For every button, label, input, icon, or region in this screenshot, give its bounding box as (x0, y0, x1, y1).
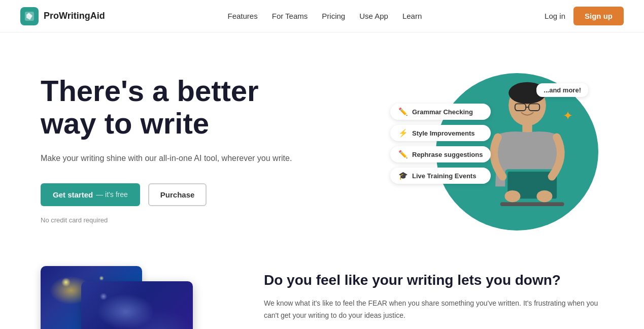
training-icon: 🎓 (398, 171, 408, 180)
hero-content: There's a better way to write Make your … (41, 75, 292, 223)
logo-link[interactable]: ProWritingAid (20, 7, 105, 25)
no-cc-note: No credit card required (41, 216, 292, 224)
get-started-button[interactable]: Get started — it's free (41, 183, 140, 206)
style-icon: ⚡ (398, 128, 408, 138)
artwork-area: My idea in my head (41, 266, 233, 329)
hero-subtitle: Make your writing shine with our all-in-… (41, 152, 292, 165)
grammar-icon: ✏️ (398, 107, 408, 116)
hero-title: There's a better way to write (41, 75, 292, 140)
lower-section: My idea in my head Do you feel like your… (0, 256, 644, 329)
rephrase-icon: ✏️ (398, 150, 408, 159)
nav-pricing[interactable]: Pricing (322, 12, 345, 20)
artwork-stack: My idea in my head (41, 266, 218, 329)
hero-buttons: Get started — it's free Purchase (41, 183, 292, 206)
nav-links: Features For Teams Pricing Use App Learn (228, 12, 422, 21)
login-button[interactable]: Log in (545, 12, 565, 20)
hero-illustration: ...and more! ✦ ✏️ Grammar Checking ⚡ Sty… (390, 63, 603, 236)
artwork-front (81, 281, 193, 329)
chip-style: ⚡ Style Improvements (390, 125, 491, 141)
more-bubble: ...and more! (536, 83, 588, 97)
star-icon: ✦ (563, 109, 573, 123)
chip-training: 🎓 Live Training Events (390, 168, 491, 184)
chip-grammar: ✏️ Grammar Checking (390, 104, 491, 120)
chip-rephrase: ✏️ Rephrase suggestions (390, 146, 491, 162)
main-nav: ProWritingAid Features For Teams Pricing… (0, 0, 644, 32)
logo-icon (20, 7, 39, 25)
feature-chips: ✏️ Grammar Checking ⚡ Style Improvements… (390, 104, 491, 184)
nav-actions: Log in Sign up (545, 7, 624, 25)
lower-text: We know what it's like to feel the FEAR … (264, 298, 603, 322)
lower-heading: Do you feel like your writing lets you d… (264, 271, 603, 289)
nav-for-teams[interactable]: For Teams (272, 12, 308, 20)
nav-use-app[interactable]: Use App (359, 12, 388, 20)
svg-point-11 (536, 190, 552, 202)
svg-point-10 (504, 190, 520, 202)
hero-section: There's a better way to write Make your … (0, 32, 644, 256)
nav-learn[interactable]: Learn (402, 12, 422, 20)
free-label: — it's free (96, 190, 128, 199)
nav-features[interactable]: Features (228, 12, 258, 20)
purchase-button[interactable]: Purchase (148, 183, 207, 206)
svg-rect-9 (500, 202, 564, 206)
lower-content: Do you feel like your writing lets you d… (264, 266, 603, 322)
signup-button[interactable]: Sign up (573, 7, 624, 25)
logo-text: ProWritingAid (44, 11, 105, 21)
